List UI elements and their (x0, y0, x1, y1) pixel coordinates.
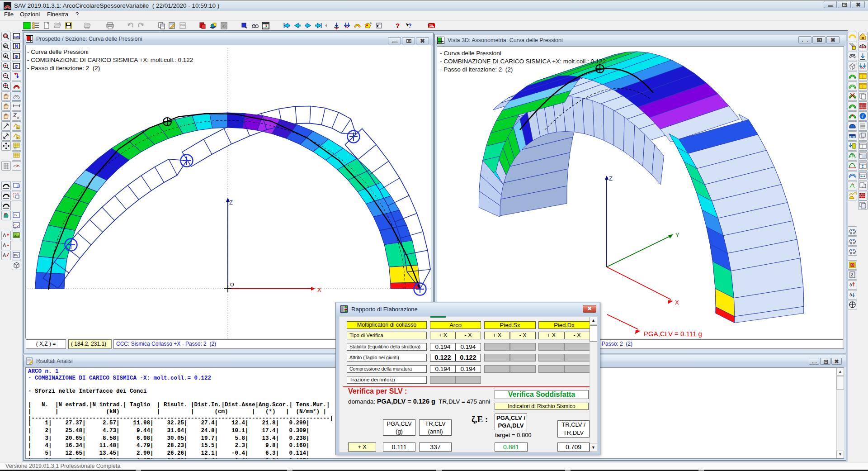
svg-text:Tit: Tit (14, 214, 17, 217)
svg-text:12..: 12.. (14, 226, 17, 229)
svg-text:Z: Z (229, 199, 233, 206)
svg-text:PGA,CLV = 0.111 g: PGA,CLV = 0.111 g (644, 330, 702, 338)
svg-text:12.: 12. (14, 147, 17, 150)
svg-text:CdP: CdP (14, 35, 20, 38)
svg-text:DXF: DXF (180, 24, 185, 27)
svg-text:?: ? (408, 23, 411, 29)
svg-text:A: A (3, 233, 6, 238)
svg-text:Z: Z (609, 175, 613, 182)
svg-text:δ: δ (849, 292, 852, 297)
svg-text:Y: Y (675, 232, 679, 238)
svg-text:X: X (675, 299, 679, 306)
svg-text:?: ? (396, 22, 400, 29)
svg-text:PV: PV (14, 253, 19, 257)
svg-text:X: X (317, 286, 321, 293)
svg-text:O: O (230, 282, 234, 287)
svg-text:σ: σ (15, 64, 18, 69)
svg-text:12.: 12. (17, 126, 20, 129)
svg-text:N: N (15, 44, 18, 49)
svg-text:δ: δ (849, 282, 852, 287)
svg-text:A: A (3, 252, 6, 258)
svg-text:δ: δ (851, 273, 854, 277)
svg-text:Tube: Tube (429, 26, 434, 28)
svg-text:φ: φ (17, 136, 19, 139)
svg-text:X: X (17, 116, 19, 120)
svg-text:DXF: DXF (85, 27, 90, 29)
svg-text:A: A (3, 243, 6, 248)
svg-text:φ: φ (15, 54, 18, 59)
